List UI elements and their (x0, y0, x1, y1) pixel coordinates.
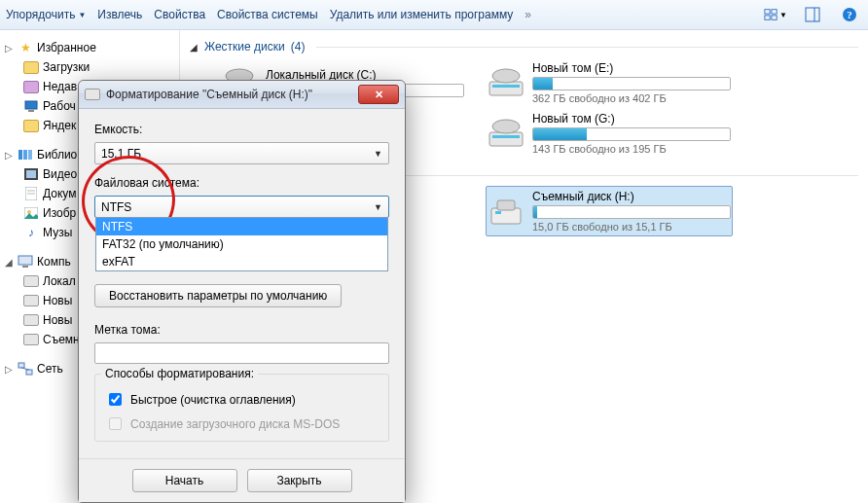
svg-rect-9 (28, 110, 34, 112)
label: Сеть (37, 362, 63, 376)
label: Упорядочить (6, 8, 75, 21)
label: Загрузки (43, 60, 90, 74)
svg-rect-4 (806, 8, 819, 21)
drive-icon (23, 273, 39, 289)
desktop-icon (23, 98, 39, 114)
view-layout-button[interactable]: ▼ (763, 4, 788, 25)
label: Докум (43, 187, 76, 200)
drive-icon (23, 293, 39, 308)
count: (4) (291, 40, 306, 54)
label: Музы (43, 226, 72, 239)
expand-icon: ◢ (4, 257, 14, 268)
label: Новы (43, 294, 72, 307)
label: Съемн (43, 333, 80, 346)
system-properties-button[interactable]: Свойства системы (217, 8, 318, 21)
filesystem-label: Файловая система: (94, 176, 389, 190)
removable-drive-icon (488, 195, 524, 228)
dialog-titlebar[interactable]: Форматирование "Съемный диск (H:)" ✕ (79, 81, 405, 109)
filesystem-value: NTFS (101, 200, 374, 214)
svg-rect-28 (489, 82, 523, 95)
filesystem-dropdown: NTFS FAT32 (по умолчанию) exFAT (95, 217, 388, 271)
drive-tile-e[interactable]: Новый том (E:) 362 ГБ свободно из 402 ГБ (486, 57, 733, 108)
close-icon: ✕ (375, 89, 383, 101)
capacity-value: 15,1 ГБ (101, 147, 374, 161)
label: Избранное (37, 41, 96, 54)
svg-rect-21 (22, 266, 28, 268)
svg-rect-22 (18, 363, 24, 368)
format-methods-group: Способы форматирования: Быстрое (очистка… (94, 374, 389, 442)
network-icon (18, 361, 33, 377)
svg-rect-11 (23, 150, 27, 160)
fs-option-exfat[interactable]: exFAT (96, 253, 387, 270)
label: Компь (37, 255, 71, 269)
svg-point-30 (492, 69, 520, 83)
collapse-icon: ▷ (4, 364, 14, 375)
svg-text:?: ? (847, 9, 852, 20)
svg-rect-8 (25, 101, 37, 109)
drive-tile-g[interactable]: Новый том (G:) 143 ГБ свободно из 195 ГБ (486, 108, 733, 159)
music-icon: ♪ (23, 225, 39, 240)
start-button[interactable]: Начать (132, 469, 237, 492)
svg-line-24 (21, 368, 29, 370)
toolbar-chevrons-icon[interactable]: » (524, 8, 531, 21)
label: Свойства системы (217, 8, 318, 21)
downloads-node[interactable]: Загрузки (4, 57, 179, 77)
svg-rect-23 (26, 370, 32, 375)
libraries-icon (18, 147, 33, 162)
collapse-icon: ▷ (4, 150, 14, 161)
hard-disks-group-header[interactable]: ◢ Жесткие диски (4) (190, 36, 858, 57)
checkbox-icon (109, 417, 122, 430)
organize-menu[interactable]: Упорядочить▼ (6, 8, 86, 21)
volume-label-label: Метка тома: (94, 323, 389, 337)
close-button[interactable]: ✕ (358, 85, 399, 104)
svg-rect-32 (492, 135, 520, 138)
checkbox-icon[interactable] (109, 393, 122, 406)
svg-rect-10 (18, 150, 22, 160)
svg-rect-12 (28, 150, 32, 160)
documents-icon (23, 186, 39, 201)
drive-icon (85, 87, 100, 102)
svg-rect-36 (497, 200, 515, 210)
drive-free: 362 ГБ свободно из 402 ГБ (532, 92, 731, 104)
drive-tile-h[interactable]: Съемный диск (H:) 15,0 ГБ свободно из 15… (486, 186, 733, 236)
dialog-footer: Начать Закрыть (79, 458, 405, 502)
quick-format-checkbox[interactable]: Быстрое (очистка оглавления) (105, 390, 379, 409)
volume-label-input[interactable] (94, 342, 389, 364)
svg-rect-0 (765, 10, 770, 14)
properties-button[interactable]: Свойства (154, 8, 205, 21)
capacity-combo[interactable]: 15,1 ГБ▼ (94, 142, 389, 164)
fs-option-ntfs[interactable]: NTFS (96, 218, 387, 235)
drive-icon (23, 332, 39, 347)
folder-icon (23, 59, 39, 75)
drive-name: Новый том (G:) (532, 112, 731, 126)
uninstall-button[interactable]: Удалить или изменить программу (330, 8, 514, 21)
svg-point-33 (492, 120, 520, 133)
hard-drive-icon (488, 117, 524, 150)
capacity-label: Емкость: (94, 123, 389, 136)
fs-option-fat32[interactable]: FAT32 (по умолчанию) (96, 235, 387, 253)
label: Локал (43, 274, 76, 288)
star-icon: ★ (18, 40, 33, 55)
drive-free: 143 ГБ свободно из 195 ГБ (532, 143, 731, 155)
extract-button[interactable]: Извлечь (97, 8, 142, 21)
favorites-node[interactable]: ▷★Избранное (4, 38, 179, 57)
label: Недав (43, 80, 77, 93)
drive-name: Съемный диск (H:) (532, 190, 731, 203)
restore-defaults-button[interactable]: Восстановить параметры по умолчанию (94, 284, 342, 307)
usage-bar (532, 205, 731, 219)
preview-pane-button[interactable] (800, 4, 825, 25)
collapse-icon: ◢ (190, 42, 199, 53)
help-button[interactable]: ? (837, 4, 862, 25)
chevron-down-icon: ▼ (78, 11, 86, 19)
filesystem-combo[interactable]: NTFS▼ NTFS FAT32 (по умолчанию) exFAT (94, 196, 389, 218)
label: Жесткие диски (204, 40, 285, 54)
svg-rect-29 (492, 85, 520, 88)
label: Свойства (154, 8, 205, 21)
svg-rect-2 (765, 16, 770, 19)
svg-rect-35 (495, 211, 501, 214)
toolbar: Упорядочить▼ Извлечь Свойства Свойства с… (0, 0, 868, 30)
close-dialog-button[interactable]: Закрыть (247, 469, 352, 492)
label: Изобр (43, 206, 76, 220)
label: Яндек (43, 119, 76, 132)
usage-bar (532, 127, 731, 141)
